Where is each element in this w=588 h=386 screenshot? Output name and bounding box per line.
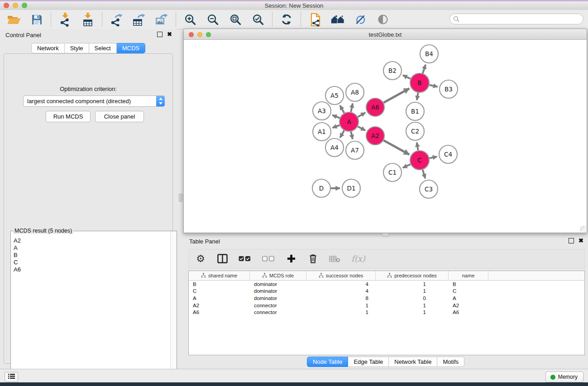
mcds-result-item[interactable]: A [14,244,171,252]
edge-B-B2[interactable] [403,75,411,79]
edge-A-A1[interactable] [333,125,340,128]
optimization-criterion-select[interactable]: largest connected component (directed) [23,95,165,107]
table-cell[interactable]: A [449,295,488,301]
table-cell[interactable]: A2 [449,303,488,308]
edge-C-C1[interactable] [403,164,411,168]
horizontal-splitter-handle[interactable] [382,233,389,237]
mcds-scrollbar[interactable] [170,231,177,386]
table-cell[interactable]: A6 [189,310,250,315]
open-folder-icon[interactable] [7,12,21,27]
edge-B-B4[interactable] [423,65,425,73]
table-row[interactable]: A6connector11A6 [189,309,584,316]
table-cell[interactable]: A2 [189,303,250,308]
column-header-name[interactable]: name [449,271,488,280]
table-cell[interactable]: 8 [306,295,376,301]
table-cell[interactable]: 1 [376,281,449,287]
edge-A-A6[interactable] [358,113,365,117]
edge-C-C3[interactable] [423,170,425,178]
task-history-button[interactable] [5,372,18,382]
table-cell[interactable]: 4 [306,288,376,294]
column-header-shared-name[interactable]: shared name [189,271,250,280]
edge-A-A2[interactable] [358,126,365,130]
tab-style[interactable]: Style [65,43,89,53]
edge-A-A8[interactable] [351,104,353,112]
refresh-icon[interactable] [280,12,293,27]
zoom-selected-icon[interactable] [251,12,265,27]
edge-A2-C[interactable] [383,140,409,154]
table-row[interactable]: A2connector11A2 [189,302,584,309]
mcds-result-item[interactable]: A6 [14,266,171,273]
table-cell[interactable]: connector [250,303,306,308]
resize-grip-icon[interactable] [580,226,586,232]
table-cell[interactable]: dominator [250,281,306,287]
edge-B-B1[interactable] [417,93,418,100]
split-view-icon[interactable] [217,252,228,266]
network-graph[interactable]: B4B2BB3A8A5A6A3B1AC2A1A2A4A7C4CC1C3DD1 [184,40,587,232]
export-image-icon[interactable] [155,12,168,27]
edge-A6-B[interactable] [383,89,409,103]
zoom-in-icon[interactable] [183,12,197,27]
float-panel-icon[interactable] [157,32,163,37]
zoom-out-icon[interactable] [206,12,220,27]
edge-A-A3[interactable] [332,115,339,118]
import-network-icon[interactable] [58,12,72,27]
show-graphics-icon[interactable] [376,12,390,27]
search-input[interactable] [449,14,583,24]
clone-network-icon[interactable] [308,12,322,27]
column-header-mcds-role[interactable]: MCDS role [250,271,306,280]
table-row[interactable]: Bdominator41B [189,281,584,288]
zoom-fit-icon[interactable] [229,12,242,27]
table-cell[interactable]: 4 [306,281,376,287]
gear-icon[interactable]: ⚙ [195,252,206,266]
vertical-splitter-handle[interactable] [179,194,182,202]
table-row[interactable]: Cdominator41C [189,288,584,295]
tab-network[interactable]: Network [31,43,65,53]
table-cell[interactable]: A6 [449,310,488,315]
table-cell[interactable]: dominator [250,295,306,301]
deselect-all-icon[interactable] [262,252,275,266]
edge-A-A4[interactable] [340,130,344,138]
tab-mcds[interactable]: MCDS [117,43,145,53]
close-panel-icon[interactable]: ✖ [167,32,172,37]
table-cell[interactable]: 0 [376,295,449,301]
network-window-titlebar[interactable]: testGlobe.txt [183,29,587,40]
tab-node-table[interactable]: Node Table [307,357,349,367]
run-mcds-button[interactable]: Run MCDS [46,111,91,122]
edge-C-C4[interactable] [430,157,437,158]
edge-A-A7[interactable] [351,132,353,139]
float-table-panel-icon[interactable] [569,238,574,243]
table-cell[interactable]: connector [250,310,306,315]
table-row[interactable]: Adominator80A [189,295,584,302]
save-icon[interactable] [30,12,43,27]
tab-motifs[interactable]: Motifs [437,357,464,367]
edge-B-B3[interactable] [430,85,438,87]
column-header-predecessor-nodes[interactable]: predecessor nodes [376,271,449,280]
table-cell[interactable]: 1 [376,310,449,315]
home-icon[interactable] [331,12,344,27]
table-cell[interactable]: B [189,281,250,287]
close-panel-button[interactable]: Close panel [95,111,144,122]
table-cell[interactable]: 1 [306,310,376,315]
add-icon[interactable] [286,252,296,266]
table-cell[interactable]: B [449,281,488,287]
mcds-result-item[interactable]: B [14,252,171,259]
hide-graphics-icon[interactable] [354,12,367,27]
tab-network-table[interactable]: Network Table [389,357,437,367]
export-table-icon[interactable] [132,12,146,27]
column-header-successor-nodes[interactable]: successor nodes [306,271,376,280]
memory-button[interactable]: Memory [545,372,583,382]
table-cell[interactable]: 1 [376,288,449,294]
table-cell[interactable]: C [449,288,488,294]
table-cell[interactable]: C [189,288,250,294]
mcds-result-item[interactable]: A2 [14,237,171,244]
edge-C-C2[interactable] [417,143,418,151]
mcds-result-item[interactable]: C [14,259,171,266]
close-table-panel-icon[interactable]: ✖ [578,238,583,243]
table-cell[interactable]: dominator [250,288,306,294]
table-cell[interactable]: 1 [306,303,376,308]
network-canvas[interactable]: B4B2BB3A8A5A6A3B1AC2A1A2A4A7C4CC1C3DD1 [183,40,587,233]
tab-edge-table[interactable]: Edge Table [348,357,389,367]
tab-select[interactable]: Select [89,43,117,53]
import-table-icon[interactable] [81,12,95,27]
delete-icon[interactable] [307,252,318,266]
